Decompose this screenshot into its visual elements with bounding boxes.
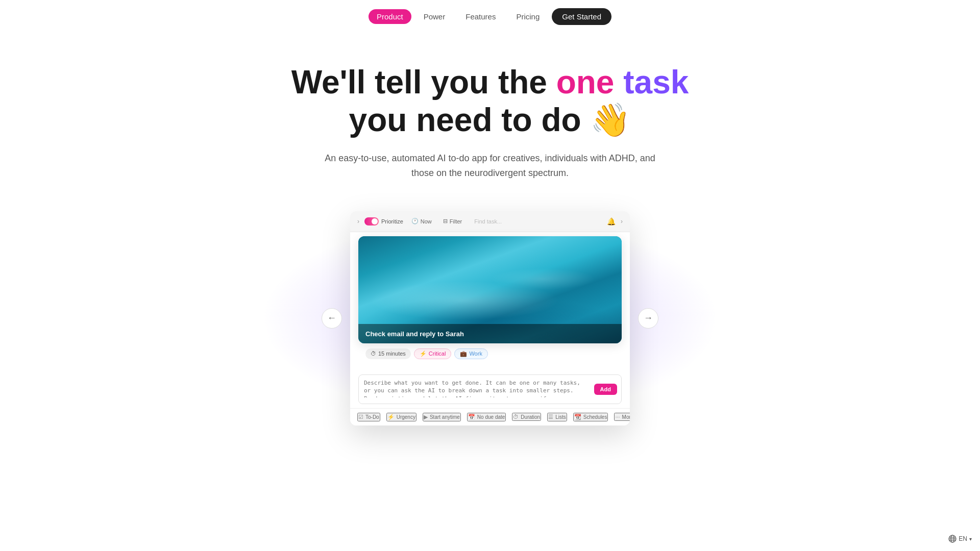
language-label: EN [959,535,967,542]
task-tags: ⏱ 15 minutes ⚡ Critical 💼 Work [358,343,622,361]
carousel-prev-button[interactable]: ← [322,308,342,329]
bottom-btn-todo[interactable]: ☑ To-Do [357,413,380,421]
globe-icon [948,535,957,543]
list-icon: ☰ [548,414,553,420]
briefcase-icon: 💼 [460,350,467,357]
topbar-chevron-icon[interactable]: › [357,218,359,225]
chevron-down-icon: ▾ [969,536,972,542]
start-icon: ▶ [424,414,428,420]
bottom-btn-duration[interactable]: ⏱ Duration [512,413,541,421]
topbar-search-area: Find task... [470,216,602,227]
todo-label: To-Do [365,414,379,420]
chevron-left-icon: ← [327,313,336,323]
more-label: More [622,414,630,420]
topbar-prioritize-toggle[interactable]: Prioritize [364,217,403,226]
bottom-btn-no-due-date[interactable]: 📅 No due date [467,413,506,421]
tag-critical-label: Critical [429,350,446,357]
task-image-card: Check email and reply to Sarah [358,236,622,343]
topbar-now-button[interactable]: 🕐 Now [408,217,435,226]
app-window: › Prioritize 🕐 Now ⊟ Filter Find task [350,211,630,425]
todo-icon: ☑ [358,414,363,420]
bottom-btn-urgency[interactable]: ⚡ Urgency [386,413,416,421]
ai-textarea-wrapper: Add [358,374,622,404]
topbar-filter-button[interactable]: ⊟ Filter [440,217,465,226]
nav-item-power[interactable]: Power [415,9,454,24]
hero-emoji: 👋 [590,102,631,138]
carousel-next-button[interactable]: → [638,308,658,329]
task-card-area: Check email and reply to Sarah ⏱ 15 minu… [350,232,630,369]
headline-task: task [623,64,689,101]
duration-label: Duration [521,414,540,420]
app-bottom-bar: ☑ To-Do ⚡ Urgency ▶ Start anytime 📅 No d… [350,408,630,425]
app-topbar: › Prioritize 🕐 Now ⊟ Filter Find task [350,211,630,232]
carousel-area: ← › Prioritize 🕐 Now ⊟ Filt [322,211,658,425]
bottom-btn-schedules[interactable]: 📆 Schedules [573,413,608,421]
clock-icon: 🕐 [411,218,419,224]
bell-icon[interactable]: 🔔 [607,217,616,226]
lists-label: Lists [555,414,566,420]
task-label-text: Check email and reply to Sarah [365,330,464,338]
task-label-bar: Check email and reply to Sarah [358,324,622,343]
get-started-button[interactable]: Get Started [552,8,611,25]
ai-input-area: Add [350,369,630,408]
headline-one: one [556,64,615,101]
headline-prefix: We'll tell you the [291,64,556,101]
tag-work: 💼 Work [454,348,487,359]
ai-task-input[interactable] [364,379,580,397]
bottom-btn-start-anytime[interactable]: ▶ Start anytime [423,413,461,421]
bottom-btn-more[interactable]: ··· More [614,413,630,421]
language-selector[interactable]: EN ▾ [948,535,972,543]
schedules-icon: 📆 [574,414,581,420]
nav-item-features[interactable]: Features [457,9,504,24]
tag-time-label: 15 minutes [378,350,406,357]
urgency-label: Urgency [397,414,415,420]
nav-item-pricing[interactable]: Pricing [508,9,548,24]
toggle-track [364,217,379,226]
toggle-label: Prioritize [381,218,403,224]
main-nav: Product Power Features Pricing Get Start… [0,0,980,33]
tag-work-label: Work [469,350,482,357]
start-anytime-label: Start anytime [430,414,460,420]
hero-section: We'll tell you the one task you need to … [0,33,980,191]
tag-critical: ⚡ Critical [414,348,452,359]
clock-small-icon: ⏱ [371,350,376,357]
more-icon: ··· [615,414,620,420]
tag-time: ⏱ 15 minutes [365,348,411,359]
urgency-icon: ⚡ [387,414,395,420]
glow-background: ← › Prioritize 🕐 Now ⊟ Filt [322,211,658,425]
timer-icon: ⏱ [513,414,519,420]
toggle-thumb [372,218,378,224]
lightning-icon: ⚡ [420,350,427,357]
hero-subtitle: An easy-to-use, automated AI to-do app f… [316,151,664,181]
no-due-date-label: No due date [477,414,505,420]
nav-item-product[interactable]: Product [369,9,411,24]
ai-add-button[interactable]: Add [594,384,617,395]
headline-suffix: you need to do [349,102,591,138]
hero-headline: We'll tell you the one task you need to … [10,64,970,139]
bottom-btn-lists[interactable]: ☰ Lists [547,413,567,421]
calendar-icon: 📅 [468,414,475,420]
chevron-right-icon: → [644,313,653,323]
schedules-label: Schedules [583,414,607,420]
topbar-close-icon[interactable]: › [621,218,623,225]
filter-icon: ⊟ [443,218,448,224]
